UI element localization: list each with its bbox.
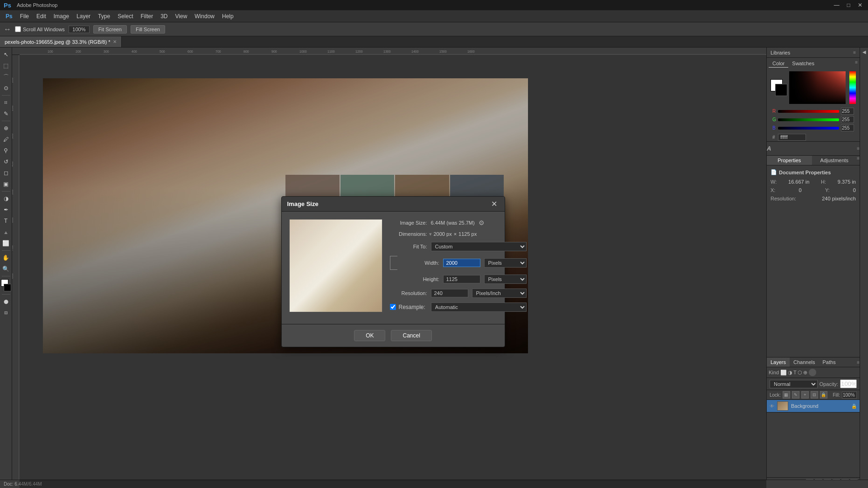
width-unit-select[interactable]: Pixels Percent Inches Centimeters [484, 258, 527, 268]
dodge-tool[interactable]: ◑ [1, 193, 11, 204]
quick-mask-button[interactable]: ⬤ [1, 296, 11, 307]
fit-to-select[interactable]: Custom [431, 242, 527, 251]
document-tab[interactable]: pexels-photo-196655.jpeg @ 33.3% (RGB/8)… [0, 36, 122, 47]
lock-artboard-button[interactable]: ⊟ [811, 391, 818, 399]
filter-adjust-icon[interactable]: ◑ [788, 370, 792, 376]
filter-smart-icon[interactable]: ⊕ [803, 370, 807, 376]
b-slider[interactable] [778, 127, 839, 130]
g-value[interactable] [841, 116, 854, 123]
layers-tab[interactable]: Layers [767, 357, 790, 367]
filter-pixel-icon[interactable]: ⬜ [780, 370, 787, 376]
rectangle-tool[interactable]: ⬜ [1, 238, 11, 248]
color-tab-color[interactable]: Color [769, 60, 788, 68]
dialog-body: Image Size: 6.44M (was 25.7M) ⚙ Dimensio… [282, 212, 505, 324]
menu-layer[interactable]: Layer [73, 12, 94, 21]
screen-mode-button[interactable]: ⊟ [1, 308, 11, 318]
layers-lock-row: Lock: ▦ ✎ + ⊟ 🔒 Fill: [767, 390, 860, 400]
r-slider[interactable] [778, 110, 839, 113]
lock-transparent-button[interactable]: ▦ [783, 391, 790, 399]
hand-tool[interactable]: ✋ [1, 253, 11, 263]
quick-select-tool[interactable]: ⊙ [1, 83, 11, 93]
filter-shape-icon[interactable]: ⬡ [798, 370, 802, 376]
clone-stamp-tool[interactable]: ⚲ [1, 145, 11, 156]
menu-view[interactable]: View [172, 12, 191, 21]
minimize-button[interactable]: — [832, 2, 841, 8]
rectangular-marquee-tool[interactable]: ⬚ [1, 61, 11, 71]
lasso-tool[interactable]: ⌒ [1, 72, 11, 82]
menu-filter[interactable]: Filter [137, 12, 157, 21]
zoom-tool[interactable]: 🔍 [1, 264, 11, 274]
menu-ps[interactable]: Ps [2, 12, 16, 21]
tab-bar: pexels-photo-196655.jpeg @ 33.3% (RGB/8)… [0, 36, 868, 48]
eyedropper-tool[interactable]: ✎ [1, 109, 11, 119]
move-tool[interactable]: ↖ [1, 49, 11, 60]
paths-tab[interactable]: Paths [819, 357, 840, 367]
width-input[interactable] [443, 259, 480, 267]
lock-position-button[interactable]: + [801, 391, 809, 399]
lock-all-button[interactable]: 🔒 [820, 391, 827, 399]
fill-screen-button[interactable]: Fill Screen [131, 25, 165, 34]
properties-tab[interactable]: Properties [767, 156, 812, 165]
crop-tool[interactable]: ⌗ [1, 97, 11, 108]
color-tab-swatches[interactable]: Swatches [788, 60, 818, 68]
ok-button[interactable]: OK [354, 330, 385, 341]
menu-type[interactable]: Type [94, 12, 114, 21]
resolution-prop-label: Resolution: [771, 196, 796, 201]
close-button[interactable]: ✕ [856, 2, 864, 8]
background-swatch[interactable] [775, 84, 787, 96]
menu-edit[interactable]: Edit [33, 12, 50, 21]
canvas-scroll[interactable]: Image Size ✕ Ima [20, 55, 766, 488]
height-unit-select[interactable]: Pixels Percent Inches [484, 275, 527, 284]
zoom-input[interactable] [69, 26, 90, 33]
layer-visibility-eye[interactable]: 👁 [770, 404, 774, 409]
menu-window[interactable]: Window [191, 12, 218, 21]
libraries-expand[interactable]: ≡ [853, 50, 856, 55]
healing-brush-tool[interactable]: ⊕ [1, 123, 11, 133]
type-tool[interactable]: T [1, 216, 11, 226]
filter-toggle[interactable] [809, 369, 816, 376]
pen-tool[interactable]: ✒ [1, 205, 11, 215]
r-value[interactable] [841, 108, 854, 115]
dialog-close-button[interactable]: ✕ [489, 199, 499, 208]
adjustments-tab[interactable]: Adjustments [812, 156, 857, 165]
menu-file[interactable]: File [16, 12, 33, 21]
hex-input[interactable] [778, 134, 806, 141]
b-value[interactable] [841, 124, 854, 131]
filter-type-icon[interactable]: T [793, 370, 797, 376]
collapse-right-button[interactable]: ◀ [861, 49, 867, 55]
menu-help[interactable]: Help [218, 12, 237, 21]
maximize-button[interactable]: □ [845, 2, 852, 8]
gradient-tool[interactable]: ▣ [1, 179, 11, 189]
layer-background[interactable]: 👁 Background 🔒 [767, 400, 860, 412]
blend-mode-select[interactable]: Normal [770, 380, 818, 388]
history-brush-tool[interactable]: ↺ [1, 157, 11, 167]
background-color-swatch[interactable] [4, 284, 11, 291]
menu-image[interactable]: Image [50, 12, 73, 21]
height-input[interactable] [443, 275, 480, 283]
scroll-all-windows-checkbox[interactable] [15, 26, 21, 32]
tab-close-button[interactable]: ✕ [113, 39, 117, 44]
settings-icon[interactable]: ⚙ [479, 219, 485, 227]
color-swatch-area [769, 69, 858, 106]
hue-bar[interactable] [849, 71, 856, 104]
color-panel-expand[interactable]: ≡ [855, 60, 858, 68]
cancel-button[interactable]: Cancel [391, 330, 431, 341]
dimensions-arrow[interactable]: ▾ [429, 231, 432, 237]
resample-checkbox[interactable] [390, 304, 396, 310]
path-selection-tool[interactable]: ⟁ [1, 227, 11, 237]
fill-input[interactable] [842, 392, 857, 399]
channels-tab[interactable]: Channels [790, 357, 819, 367]
brush-tool[interactable]: 🖊 [1, 134, 11, 144]
resample-method-select[interactable]: Automatic Preserve Details Bicubic Smoot… [431, 302, 527, 312]
g-slider[interactable] [778, 118, 839, 121]
menu-3d[interactable]: 3D [157, 12, 171, 21]
svg-text:700: 700 [215, 50, 221, 53]
opacity-input[interactable] [840, 379, 857, 388]
color-picker-gradient[interactable] [789, 71, 846, 104]
resolution-input[interactable] [431, 289, 468, 297]
menu-select[interactable]: Select [114, 12, 137, 21]
resolution-unit-select[interactable]: Pixels/Inch Pixels/Centimeter [472, 289, 527, 298]
lock-image-button[interactable]: ✎ [792, 391, 799, 399]
eraser-tool[interactable]: ◻ [1, 168, 11, 178]
fit-screen-button[interactable]: Fit Screen [93, 25, 127, 34]
